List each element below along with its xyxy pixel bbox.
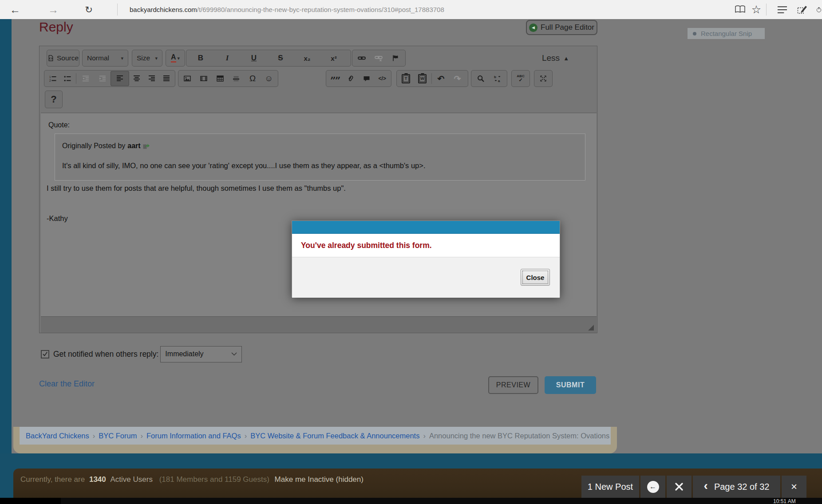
breadcrumb-link-info[interactable]: Forum Information and FAQs [146, 432, 241, 440]
replace-icon[interactable]: ba [489, 71, 506, 86]
url-domain: backyardchickens.com [130, 6, 197, 13]
media-film-icon[interactable] [196, 71, 212, 86]
superscript-button[interactable]: x² [320, 51, 347, 66]
notify-label: Get notified when others reply: [53, 350, 158, 359]
subscript-button[interactable]: x₂ [294, 51, 320, 66]
svg-text:a: a [498, 79, 500, 83]
dialog-close-button[interactable]: Close [521, 269, 550, 286]
paste-undo-group: T W ↶ ↷ [396, 70, 468, 87]
snip-tooltip-ghost: Rectangular Snip [688, 28, 765, 39]
strikethrough-button[interactable]: S [267, 51, 294, 66]
bold-button[interactable]: B [187, 51, 214, 66]
indent-icon[interactable] [94, 71, 111, 86]
align-right-icon[interactable] [144, 71, 159, 86]
outdent-icon[interactable] [77, 71, 94, 86]
refresh-icon[interactable]: ↻ [80, 0, 98, 19]
share-icon[interactable] [816, 0, 822, 19]
dialog-message: You've already submitted this form. [301, 241, 432, 250]
undo-icon[interactable]: ↶ [433, 71, 449, 86]
hub-icon[interactable] [775, 0, 790, 19]
notify-checkbox[interactable] [41, 350, 49, 358]
tools-button[interactable] [667, 476, 692, 498]
url-path: /t/699980/announcing-the-new-byc-reputat… [197, 6, 444, 13]
spellcheck-icon[interactable]: ABC✓ [513, 71, 529, 86]
italic-button[interactable]: I [214, 51, 241, 66]
breadcrumb-separator: › [423, 432, 426, 440]
quote-author: aart [127, 142, 140, 150]
members-guests-detail: (181 Members and 1159 Guests) [159, 475, 269, 484]
taskbar-strip: 10:51 AM [0, 498, 822, 504]
dialog-header[interactable] [292, 221, 560, 234]
favorites-star-icon[interactable]: ☆ [749, 0, 764, 19]
insert-group: Ω ☺ [178, 70, 278, 87]
image-icon[interactable] [179, 71, 196, 86]
widget-close-button[interactable]: × [782, 476, 806, 498]
back-icon[interactable]: ← [6, 0, 24, 19]
chevron-down-icon: ▾ [178, 55, 180, 61]
new-post-button[interactable]: 1 New Post [581, 476, 639, 498]
paragraph-format-dropdown[interactable]: Normal ▾ [82, 50, 128, 67]
page-nav-button[interactable]: ‹ Page 32 of 32 [693, 476, 780, 498]
maximize-icon[interactable] [535, 71, 551, 86]
svg-text:1: 1 [49, 75, 51, 79]
breadcrumb-link-forum[interactable]: BYC Forum [99, 432, 137, 440]
code-icon[interactable]: </> [375, 71, 391, 86]
anchor-flag-icon[interactable] [387, 51, 404, 66]
comment-bubble-icon[interactable] [359, 71, 375, 86]
svg-text:2: 2 [49, 79, 51, 82]
paste-plain-text-icon[interactable]: T [398, 71, 414, 86]
align-left-icon[interactable] [111, 71, 129, 86]
bullet-list-icon[interactable] [60, 71, 75, 86]
source-button[interactable]: Source [47, 50, 79, 67]
special-char-omega-icon[interactable]: Ω [245, 71, 261, 86]
ordered-list-icon[interactable]: 12 [45, 71, 60, 86]
toolbar-separator [76, 73, 76, 84]
preview-button[interactable]: PREVIEW [488, 376, 538, 394]
font-size-dropdown[interactable]: Size ▾ [132, 50, 162, 67]
attachment-paperclip-icon[interactable] [343, 71, 359, 86]
editor-bottom-bar [41, 316, 597, 333]
resize-grip-icon[interactable] [588, 325, 594, 331]
align-center-icon[interactable] [129, 71, 144, 86]
notify-frequency-select[interactable]: Immediately [160, 346, 242, 362]
paste-from-word-icon[interactable]: W [414, 71, 431, 86]
go-to-post-button[interactable]: ← [640, 476, 665, 498]
breadcrumb-current: Announcing the new BYC Reputation System… [429, 432, 609, 440]
link-icon[interactable] [353, 51, 370, 66]
justify-icon[interactable] [159, 71, 174, 86]
reading-list-icon[interactable] [732, 0, 747, 19]
table-icon[interactable] [212, 71, 228, 86]
reply-body-text: I still try to use them for posts that a… [47, 184, 346, 193]
unlink-icon[interactable] [370, 51, 387, 66]
forward-icon[interactable]: → [44, 0, 62, 19]
chevron-down-icon [231, 352, 237, 356]
redo-icon[interactable]: ↷ [449, 71, 466, 86]
find-replace-group: ba [471, 70, 507, 87]
full-page-editor-button[interactable]: ◀ Full Page Editor [526, 20, 597, 35]
search-icon[interactable] [472, 71, 489, 86]
help-button[interactable]: ? [45, 91, 63, 108]
smiley-icon[interactable]: ☺ [261, 71, 277, 86]
horizontal-rule-icon[interactable] [228, 71, 245, 86]
active-users-label[interactable]: Active Users [111, 475, 153, 484]
web-note-icon[interactable] [795, 0, 810, 19]
text-color-button[interactable]: A ▾ [166, 50, 185, 67]
breadcrumb-link-feedback[interactable]: BYC Website & Forum Feedback & Announcem… [250, 432, 419, 440]
list-align-group: 12 [44, 70, 175, 87]
active-users-status: Currently, there are 1340 Active Users (… [20, 475, 364, 484]
breadcrumb-link-home[interactable]: BackYard Chickens [26, 432, 89, 440]
dialog-body: You've already submitted this form. [292, 234, 560, 257]
view-post-icon[interactable] [143, 143, 150, 149]
make-inactive-link[interactable]: Make me Inactive (hidden) [275, 475, 364, 484]
address-bar[interactable]: backyardchickens.com/t/699980/announcing… [130, 0, 444, 19]
underline-button[interactable]: U [241, 51, 267, 66]
quote-text: It's all kind of silly, IMO, no one can … [62, 161, 425, 170]
clear-editor-link[interactable]: Clear the Editor [39, 379, 95, 389]
reply-signature: -Kathy [47, 214, 68, 223]
submit-button[interactable]: SUBMIT [545, 376, 596, 394]
prev-page-icon[interactable]: ‹ [704, 479, 708, 493]
less-toggle[interactable]: Less ▲ [542, 53, 569, 63]
chrome-divider [117, 4, 118, 16]
blockquote-icon[interactable]: ”” [327, 69, 343, 88]
breadcrumb-separator: › [93, 432, 95, 440]
